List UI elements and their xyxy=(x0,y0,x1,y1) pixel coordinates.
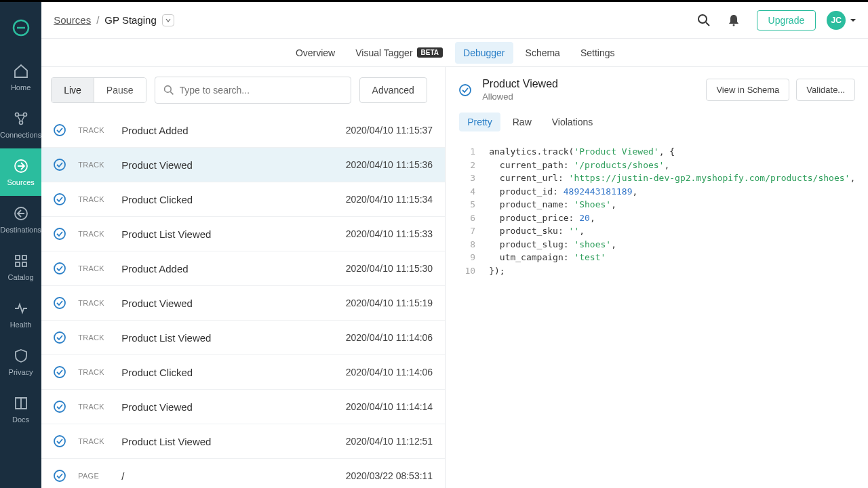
bell-icon[interactable] xyxy=(727,14,741,27)
sources-icon xyxy=(13,158,29,174)
nav-label: Privacy xyxy=(9,368,33,376)
event-row[interactable]: PAGE/2020/03/22 08:53:11 xyxy=(41,459,445,488)
topbar: Sources / GP Staging Upgrade JC xyxy=(41,2,868,39)
event-row[interactable]: TRACKProduct Added2020/04/10 11:15:37 xyxy=(41,113,445,148)
event-row[interactable]: TRACKProduct Added2020/04/10 11:15:30 xyxy=(41,251,445,286)
event-type: TRACK xyxy=(78,333,121,342)
tab-visual-tagger[interactable]: Visual TaggerBETA xyxy=(347,42,451,64)
nav-label: Sources xyxy=(7,178,34,186)
event-name: Product Added xyxy=(121,125,346,136)
event-time: 2020/04/10 11:15:30 xyxy=(346,263,433,274)
check-icon xyxy=(54,435,66,447)
event-time: 2020/04/10 11:14:14 xyxy=(346,401,433,412)
tab-pretty[interactable]: Pretty xyxy=(459,113,500,131)
check-icon xyxy=(54,331,66,344)
event-type: TRACK xyxy=(78,195,121,203)
event-type: TRACK xyxy=(78,403,121,411)
event-row[interactable]: TRACKProduct Viewed2020/04/10 11:15:19 xyxy=(41,286,445,321)
search-icon xyxy=(163,85,174,96)
nav-docs[interactable]: Docs xyxy=(0,386,41,433)
nav-privacy[interactable]: Privacy xyxy=(0,338,41,386)
tab-schema[interactable]: Schema xyxy=(517,42,568,64)
tab-raw[interactable]: Raw xyxy=(505,113,540,131)
health-icon xyxy=(13,300,29,317)
event-type: TRACK xyxy=(78,230,121,238)
nav-sources[interactable]: Sources xyxy=(0,148,41,196)
svg-rect-6 xyxy=(16,256,20,260)
event-time: 2020/04/10 11:14:06 xyxy=(346,332,433,343)
event-row[interactable]: TRACKProduct List Viewed2020/04/10 11:15… xyxy=(41,217,445,251)
breadcrumb-current: GP Staging xyxy=(104,14,156,26)
check-icon xyxy=(54,124,66,136)
search-input[interactable] xyxy=(180,85,342,96)
search-box[interactable] xyxy=(155,77,351,104)
upgrade-button[interactable]: Upgrade xyxy=(757,10,816,30)
svg-point-16 xyxy=(54,228,65,239)
event-detail-pane: Product Viewed Allowed View in Schema Va… xyxy=(446,67,868,488)
view-schema-button[interactable]: View in Schema xyxy=(706,79,789,101)
tab-overview[interactable]: Overview xyxy=(288,42,343,64)
event-name: Product Viewed xyxy=(121,159,346,171)
logo xyxy=(12,18,31,37)
check-icon xyxy=(54,159,66,171)
event-name: Product List Viewed xyxy=(121,228,346,240)
event-name: Product List Viewed xyxy=(121,436,346,447)
sidebar: HomeConnectionsSourcesDestinationsCatalo… xyxy=(0,2,41,488)
svg-point-19 xyxy=(54,332,65,343)
event-row[interactable]: TRACKProduct List Viewed2020/04/10 11:12… xyxy=(41,424,445,459)
svg-rect-7 xyxy=(22,256,26,260)
validate-button[interactable]: Validate... xyxy=(796,79,855,101)
tab-settings[interactable]: Settings xyxy=(572,42,623,64)
event-name: Product Viewed xyxy=(121,401,346,413)
nav-destinations[interactable]: Destinations xyxy=(0,196,41,243)
breadcrumb-dropdown[interactable] xyxy=(162,14,174,26)
svg-point-3 xyxy=(19,121,22,125)
search-icon[interactable] xyxy=(697,14,711,27)
event-row[interactable]: TRACKProduct List Viewed2020/04/10 11:14… xyxy=(41,321,445,355)
svg-point-12 xyxy=(164,86,171,93)
code-block: 1analytics.track('Product Viewed', {2 cu… xyxy=(446,137,868,285)
event-time: 2020/04/10 11:15:33 xyxy=(346,228,433,239)
svg-point-15 xyxy=(54,194,65,205)
event-time: 2020/04/10 11:12:51 xyxy=(346,436,433,447)
event-type: TRACK xyxy=(78,161,121,169)
check-icon xyxy=(54,262,66,274)
avatar[interactable]: JC xyxy=(827,11,846,30)
advanced-button[interactable]: Advanced xyxy=(359,77,427,103)
breadcrumb: Sources / GP Staging xyxy=(54,14,174,26)
event-row[interactable]: TRACKProduct Viewed2020/04/10 11:15:36 xyxy=(41,148,445,182)
event-row[interactable]: TRACKProduct Clicked2020/04/10 11:14:06 xyxy=(41,355,445,390)
event-name: Product Clicked xyxy=(121,194,346,205)
avatar-caret-icon[interactable] xyxy=(850,17,856,24)
tab-debugger[interactable]: Debugger xyxy=(455,42,513,64)
event-time: 2020/04/10 11:15:36 xyxy=(346,159,433,170)
event-type: PAGE xyxy=(78,472,121,480)
event-row[interactable]: TRACKProduct Viewed2020/04/10 11:14:14 xyxy=(41,390,445,424)
nav-health[interactable]: Health xyxy=(0,291,41,338)
event-type: TRACK xyxy=(78,264,121,272)
svg-point-11 xyxy=(732,24,734,26)
check-icon xyxy=(54,366,66,378)
tab-violations[interactable]: Violations xyxy=(544,113,601,131)
event-time: 2020/04/10 11:15:19 xyxy=(346,298,433,308)
check-icon xyxy=(54,470,66,482)
event-type: TRACK xyxy=(78,437,121,445)
event-name: Product Clicked xyxy=(121,367,346,378)
nav-label: Health xyxy=(10,321,32,329)
svg-rect-8 xyxy=(16,262,20,266)
nav-label: Destinations xyxy=(0,226,41,234)
nav-home[interactable]: Home xyxy=(0,54,41,101)
catalog-icon xyxy=(13,253,29,269)
breadcrumb-root[interactable]: Sources xyxy=(54,14,91,26)
event-row[interactable]: TRACKProduct Clicked2020/04/10 11:15:34 xyxy=(41,182,445,217)
pause-button[interactable]: Pause xyxy=(94,78,146,102)
live-button[interactable]: Live xyxy=(52,78,94,102)
svg-rect-9 xyxy=(22,262,26,266)
nav-connections[interactable]: Connections xyxy=(0,101,41,148)
nav-catalog[interactable]: Catalog xyxy=(0,243,41,291)
check-icon xyxy=(54,297,66,309)
home-icon xyxy=(13,63,29,79)
connections-icon xyxy=(13,110,29,127)
page-tabs: OverviewVisual TaggerBETADebuggerSchemaS… xyxy=(41,39,868,67)
nav-label: Home xyxy=(11,83,31,92)
